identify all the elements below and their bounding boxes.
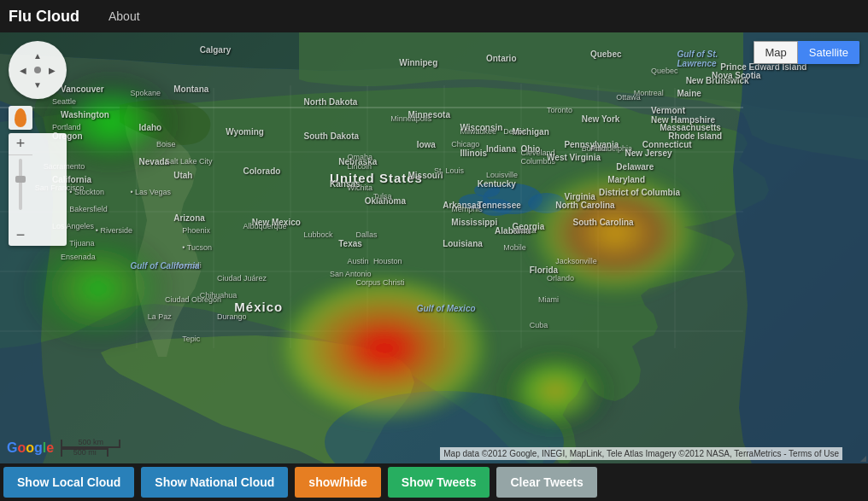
map-button[interactable]: Map xyxy=(754,41,797,64)
pan-up-button[interactable]: ▲ xyxy=(33,51,42,61)
map-background[interactable]: United States México Calgary Winnipeg On… xyxy=(0,32,868,463)
scale-mi: 500 mi xyxy=(61,448,108,457)
show-national-cloud-button[interactable]: Show National Cloud xyxy=(141,467,288,498)
pan-right-button[interactable]: ▶ xyxy=(49,66,56,75)
street-view-button[interactable] xyxy=(15,108,26,127)
clear-tweets-button[interactable]: Clear Tweets xyxy=(496,467,596,498)
show-local-cloud-button[interactable]: Show Local Cloud xyxy=(3,467,134,498)
zoom-slider[interactable] xyxy=(9,155,32,224)
map-svg xyxy=(0,32,868,463)
pan-down-button[interactable]: ▼ xyxy=(33,80,42,90)
zoom-in-button[interactable]: + xyxy=(9,133,32,155)
map-type-buttons: Map Satellite xyxy=(754,41,859,64)
pan-left-button[interactable]: ◀ xyxy=(20,66,26,75)
app-title: Flu Cloud xyxy=(9,8,79,26)
map-controls: ▲ ◀ ▶ ▼ + xyxy=(9,41,67,246)
scale-km: 500 km xyxy=(61,440,120,448)
map-attribution: Map data ©2012 Google, INEGI, MapLink, T… xyxy=(440,447,842,460)
bottom-toolbar: Show Local Cloud Show National Cloud sho… xyxy=(0,463,868,501)
nav-about[interactable]: About xyxy=(97,0,161,32)
svg-point-1 xyxy=(528,193,566,213)
map-container: United States México Calgary Winnipeg On… xyxy=(0,32,868,463)
scale-bar: 500 km 500 mi xyxy=(61,440,120,457)
resize-icon xyxy=(854,450,866,462)
show-hide-button[interactable]: show/hide xyxy=(295,467,380,498)
svg-point-4 xyxy=(459,194,490,209)
zoom-controls: + − xyxy=(9,133,67,246)
show-tweets-button[interactable]: Show Tweets xyxy=(388,467,490,498)
pan-control: ▲ ◀ ▶ ▼ xyxy=(9,41,67,99)
google-logo: Google 500 km 500 mi xyxy=(7,440,120,457)
header: Flu Cloud Home About Contact xyxy=(0,0,868,32)
satellite-button[interactable]: Satellite xyxy=(798,41,859,64)
zoom-out-button[interactable]: − xyxy=(9,224,32,246)
